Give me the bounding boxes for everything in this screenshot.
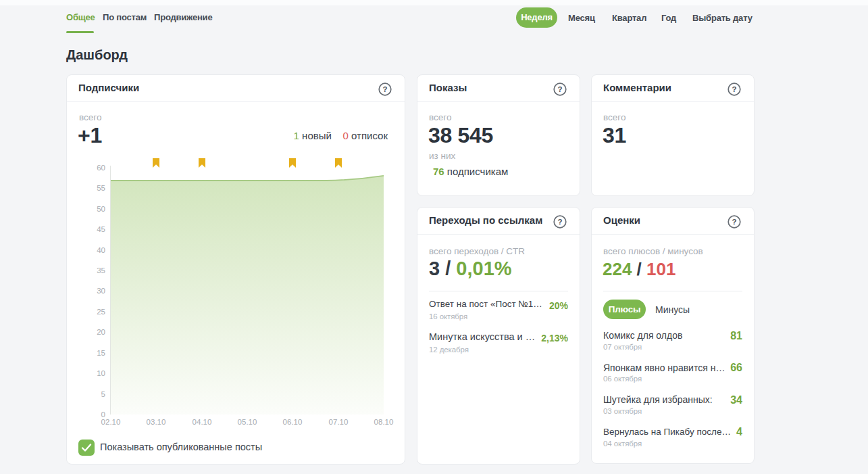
svg-text:?: ? [732, 85, 736, 93]
svg-text:?: ? [732, 218, 736, 226]
svg-text:?: ? [557, 218, 562, 226]
svg-text:?: ? [382, 85, 387, 93]
svg-text:?: ? [557, 85, 562, 93]
